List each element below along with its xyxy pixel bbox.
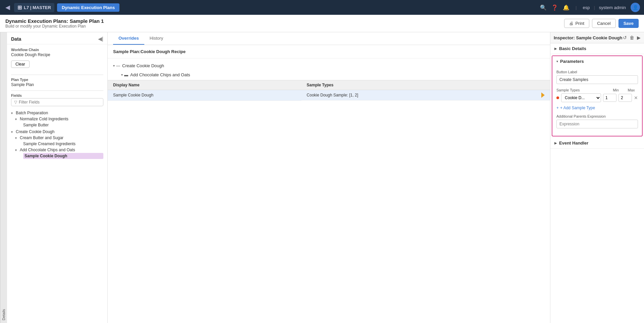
sidebar-item-sample-creamed[interactable]: Sample Creamed Ingredients [23, 141, 103, 147]
inspector-expand-button[interactable]: ▶ [637, 35, 641, 40]
sidebar: Data ◀| Workflow Chain Cookie Dough Reci… [7, 32, 108, 323]
back-button[interactable]: ◀ [4, 2, 11, 12]
sidebar-item-sample-cookie-dough[interactable]: Sample Cookie Dough [23, 153, 103, 159]
create-cookie-dough-label: Create Cookie Dough [16, 129, 54, 134]
inspector-title: Inspector: Sample Cookie Dough [554, 35, 622, 40]
sidebar-item-add-choc[interactable]: ▾ Add Chocolate Chips and Oats [15, 147, 103, 153]
user-lang: esp [583, 5, 590, 10]
wf-create-cookie-dough-label: Create Cookie Dough [122, 63, 164, 68]
divider-2 [11, 90, 103, 91]
batch-preparation-label: Batch Preparation [16, 111, 48, 115]
remove-sample-type-button[interactable]: ✕ [634, 95, 638, 100]
event-handler-title: Event Handler [559, 140, 588, 146]
details-tab[interactable]: Details [0, 32, 7, 323]
sidebar-item-normalize[interactable]: ▾ Normalize Cold Ingredients [15, 116, 103, 122]
cream-butter-label: Cream Butter and Sugar [20, 135, 63, 140]
sidebar-item-cream-butter[interactable]: ▾ Cream Butter and Sugar [15, 135, 103, 141]
workflow-chain-label: Workflow Chain [11, 48, 103, 52]
sidebar-item-batch-preparation[interactable]: ▾ Batch Preparation [11, 110, 103, 116]
clear-button[interactable]: Clear [11, 60, 30, 68]
button-label-input[interactable] [556, 75, 638, 84]
tab-overrides[interactable]: Overrides [113, 32, 144, 45]
arrow-icon: ▾ [15, 136, 18, 140]
wf-block-icon: ▬ [124, 73, 128, 77]
sidebar-item-create-cookie-dough[interactable]: ▾ Create Cookie Dough [11, 129, 103, 135]
workflow-chain-value: Cookie Dough Recipe [11, 52, 103, 57]
parameters-title: Parameters [560, 59, 584, 64]
table-row[interactable]: Sample Cookie Dough Cookie Dough Sample:… [108, 90, 550, 101]
parameters-body: Button Label Sample Types Min Max Cookie… [552, 67, 642, 136]
print-button[interactable]: 🖨 Print [564, 19, 589, 28]
button-label-label: Button Label [556, 70, 638, 74]
save-button[interactable]: Save [618, 19, 639, 28]
user-name: system admin [599, 5, 626, 10]
inspector-section-parameters: ▾ Parameters Button Label Sample Types M… [552, 55, 643, 136]
max-input[interactable] [618, 94, 632, 102]
add-sample-type-button[interactable]: + + Add Sample Type [556, 105, 595, 111]
sidebar-item-sample-butter[interactable]: Sample Butter [23, 122, 103, 128]
details-tab-label: Details [2, 309, 6, 320]
separator: | [594, 5, 595, 10]
app-badge: ⊞ L7 | MASTER [14, 3, 54, 12]
plan-type-label: Plan Type [11, 78, 103, 82]
tab-history[interactable]: History [144, 32, 168, 45]
sample-type-select[interactable]: Cookie D... [561, 93, 601, 102]
wf-arrow-icon-2: ▾ [121, 73, 123, 77]
tree-node-create-dough: ▾ Create Cookie Dough ▾ Cream Butter and… [11, 128, 103, 159]
event-handler-header[interactable]: ▶ Event Handler [550, 138, 644, 148]
inspector-section-basic-details: ▶ Basic Details [550, 43, 644, 54]
sidebar-collapse-button[interactable]: ◀| [98, 36, 103, 42]
cell-display-name: Sample Cookie Dough [108, 90, 301, 101]
main-layout: Details Data ◀| Workflow Chain Cookie Do… [0, 32, 644, 323]
search-button[interactable]: 🔍 [540, 4, 547, 11]
max-col-label: Max [625, 88, 638, 92]
inspector-section-event-handler: ▶ Event Handler [550, 138, 644, 149]
cancel-button[interactable]: Cancel [592, 19, 615, 28]
expression-input[interactable] [556, 120, 638, 128]
parameters-header[interactable]: ▾ Parameters [552, 56, 642, 67]
arrow-icon: ▾ [15, 148, 18, 152]
basic-details-header[interactable]: ▶ Basic Details [550, 43, 644, 54]
additional-parents-field: Additional Parents Expression [556, 114, 638, 128]
sample-type-entry: Cookie D... ✕ [556, 93, 638, 102]
sidebar-content: Workflow Chain Cookie Dough Recipe Clear… [7, 44, 107, 323]
filter-icon: ▽ [14, 100, 17, 105]
inspector-actions: ↺ 🗑 ▶ [623, 35, 641, 40]
sample-plan-header: Sample Plan:Cookie Dough Recipe [108, 45, 550, 58]
sidebar-title: Data [11, 36, 21, 42]
inspector-header: Inspector: Sample Cookie Dough ↺ 🗑 ▶ [550, 32, 644, 43]
plus-icon: + [556, 106, 559, 110]
inspector-delete-button[interactable]: 🗑 [630, 35, 634, 40]
min-col-label: Min [609, 88, 623, 92]
sample-types-col-label: Sample Types [556, 88, 607, 92]
sidebar-header: Data ◀| [7, 32, 107, 44]
filter-input-wrap: ▽ [11, 98, 103, 106]
sample-type-indicator [556, 96, 559, 99]
min-input[interactable] [603, 94, 616, 102]
page-subtitle: Build or modify your Dynamic Execution P… [5, 24, 104, 29]
parameters-arrow-icon: ▾ [556, 59, 558, 63]
content-area: Overrides History Sample Plan:Cookie Dou… [108, 32, 550, 323]
top-nav: ◀ ⊞ L7 | MASTER Dynamic Execution Plans … [0, 0, 644, 15]
sample-butter-label: Sample Butter [23, 123, 49, 127]
filter-fields-input[interactable] [19, 100, 100, 105]
inspector-refresh-button[interactable]: ↺ [623, 35, 627, 40]
event-handler-arrow-icon: ▶ [554, 141, 557, 145]
app-icon: ⊞ [17, 4, 22, 11]
sample-table: Display Name Sample Types Sample Cookie … [108, 80, 550, 101]
basic-details-title: Basic Details [559, 46, 586, 51]
inspector: Inspector: Sample Cookie Dough ↺ 🗑 ▶ ▶ B… [550, 32, 644, 323]
header-titles: Dynamic Execution Plans: Sample Plan 1 B… [5, 18, 104, 29]
col-sample-types: Sample Types [301, 80, 550, 90]
arrow-icon: ▾ [11, 130, 14, 134]
normalize-label: Normalize Cold Ingredients [20, 117, 68, 121]
workflow-row-add-choc[interactable]: ▾ ▬ Add Chocolate Chips and Oats [108, 70, 550, 79]
workflow-row-create[interactable]: ▾ — Create Cookie Dough [108, 61, 550, 70]
header-bar: Dynamic Execution Plans: Sample Plan 1 B… [0, 15, 644, 32]
inspector-body: ▶ Basic Details ▾ Parameters Button Labe… [550, 43, 644, 323]
bell-button[interactable]: 🔔 [563, 4, 569, 11]
help-button[interactable]: ❓ [551, 4, 558, 11]
user-avatar[interactable]: 👤 [631, 3, 640, 12]
user-info: esp | system admin [583, 5, 626, 10]
module-button[interactable]: Dynamic Execution Plans [57, 3, 119, 12]
